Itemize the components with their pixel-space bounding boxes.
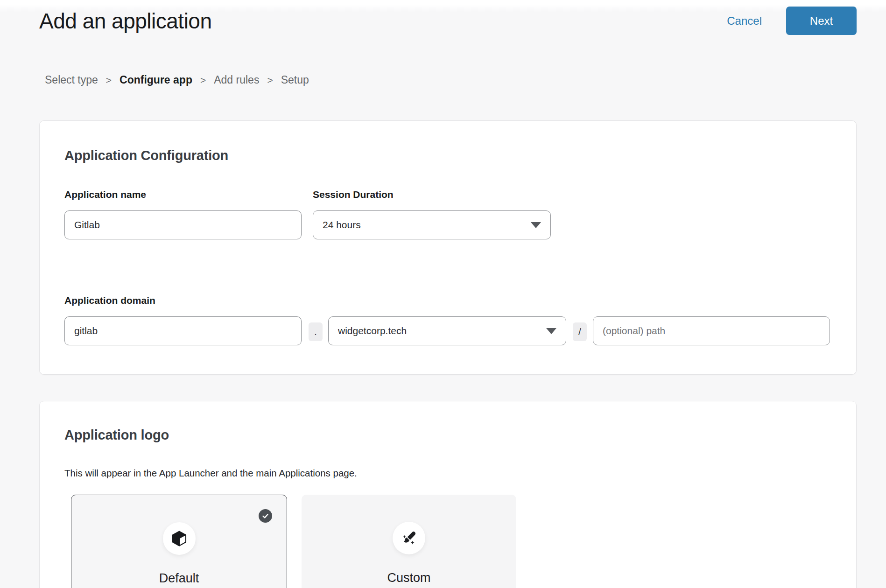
cube-icon [170, 530, 188, 547]
breadcrumb-separator: > [200, 75, 206, 86]
application-name-input[interactable] [64, 210, 302, 239]
application-name-label: Application name [64, 189, 146, 200]
chevron-down-icon [531, 222, 541, 228]
application-logo-card: Application logo This will appear in the… [39, 401, 857, 588]
check-icon [261, 512, 269, 520]
application-configuration-heading: Application Configuration [64, 148, 228, 163]
domain-dot-separator: . [309, 322, 323, 341]
chevron-down-icon [546, 328, 556, 334]
breadcrumb-step-add-rules[interactable]: Add rules [214, 74, 259, 86]
application-domain-label: Application domain [64, 295, 155, 306]
breadcrumb-separator: > [106, 75, 112, 86]
path-input[interactable] [593, 316, 830, 345]
application-configuration-card: Application Configuration Application na… [39, 120, 857, 375]
next-button[interactable]: Next [786, 7, 857, 35]
breadcrumb-step-setup[interactable]: Setup [281, 74, 309, 86]
domain-select[interactable]: widgetcorp.tech [328, 316, 566, 345]
breadcrumb-separator: > [267, 75, 273, 86]
page-header: Add an application Cancel Next [39, 7, 857, 35]
cancel-button[interactable]: Cancel [727, 14, 762, 28]
selected-check-badge [259, 509, 272, 523]
domain-value: widgetcorp.tech [338, 325, 407, 336]
session-duration-label: Session Duration [313, 189, 394, 200]
custom-logo-circle [393, 522, 425, 554]
logo-option-label: Default [71, 571, 287, 586]
session-duration-select[interactable]: 24 hours [313, 210, 551, 239]
logo-option-custom[interactable]: Custom [302, 495, 516, 588]
default-logo-circle [163, 522, 196, 555]
breadcrumb-step-configure-app[interactable]: Configure app [120, 74, 192, 86]
subdomain-input[interactable] [64, 316, 302, 345]
logo-option-label: Custom [302, 571, 516, 585]
header-actions: Cancel Next [727, 7, 857, 35]
breadcrumb-step-select-type[interactable]: Select type [45, 74, 98, 86]
application-logo-description: This will appear in the App Launcher and… [64, 468, 357, 479]
page-title: Add an application [39, 8, 212, 34]
add-application-page: Add an application Cancel Next Select ty… [0, 0, 886, 588]
path-slash-separator: / [573, 322, 587, 341]
breadcrumb: Select type > Configure app > Add rules … [45, 74, 309, 86]
paintbrush-icon [400, 529, 418, 547]
application-logo-heading: Application logo [64, 427, 169, 443]
logo-option-default[interactable]: Default [71, 495, 287, 588]
session-duration-value: 24 hours [323, 219, 361, 231]
